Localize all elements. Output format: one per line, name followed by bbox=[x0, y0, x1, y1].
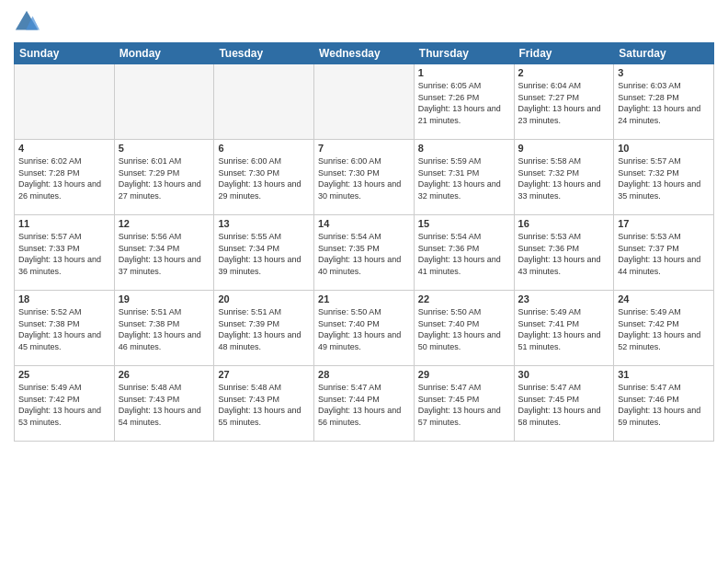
weekday-header-row: SundayMondayTuesdayWednesdayThursdayFrid… bbox=[15, 43, 714, 64]
calendar-page: SundayMondayTuesdayWednesdayThursdayFrid… bbox=[0, 0, 728, 563]
day-info: Sunrise: 5:56 AMSunset: 7:34 PMDaylight:… bbox=[119, 231, 210, 277]
day-info: Sunrise: 6:00 AMSunset: 7:30 PMDaylight:… bbox=[218, 155, 310, 201]
weekday-header-saturday: Saturday bbox=[614, 43, 714, 64]
day-info: Sunrise: 5:54 AMSunset: 7:36 PMDaylight:… bbox=[418, 231, 510, 277]
day-number: 28 bbox=[318, 369, 410, 380]
day-cell: 8Sunrise: 5:59 AMSunset: 7:31 PMDaylight… bbox=[414, 140, 514, 215]
day-info: Sunrise: 5:54 AMSunset: 7:35 PMDaylight:… bbox=[318, 231, 410, 277]
day-info: Sunrise: 6:04 AMSunset: 7:27 PMDaylight:… bbox=[518, 80, 610, 126]
day-info: Sunrise: 5:47 AMSunset: 7:44 PMDaylight:… bbox=[318, 382, 410, 428]
day-number: 6 bbox=[218, 143, 310, 154]
day-number: 21 bbox=[318, 293, 410, 304]
week-row-5: 25Sunrise: 5:49 AMSunset: 7:42 PMDayligh… bbox=[15, 366, 714, 442]
calendar-table: SundayMondayTuesdayWednesdayThursdayFrid… bbox=[14, 42, 714, 442]
day-info: Sunrise: 5:49 AMSunset: 7:41 PMDaylight:… bbox=[518, 306, 610, 352]
day-number: 20 bbox=[218, 293, 310, 304]
day-cell bbox=[114, 64, 214, 140]
day-info: Sunrise: 5:50 AMSunset: 7:40 PMDaylight:… bbox=[318, 306, 410, 352]
day-cell: 25Sunrise: 5:49 AMSunset: 7:42 PMDayligh… bbox=[15, 366, 115, 442]
day-number: 8 bbox=[418, 143, 510, 154]
day-info: Sunrise: 5:48 AMSunset: 7:43 PMDaylight:… bbox=[218, 382, 310, 428]
logo bbox=[14, 9, 43, 35]
day-cell: 3Sunrise: 6:03 AMSunset: 7:28 PMDaylight… bbox=[614, 64, 714, 140]
day-info: Sunrise: 5:53 AMSunset: 7:36 PMDaylight:… bbox=[518, 231, 610, 277]
weekday-header-friday: Friday bbox=[514, 43, 614, 64]
weekday-header-sunday: Sunday bbox=[15, 43, 115, 64]
day-number: 25 bbox=[18, 369, 110, 380]
day-number: 10 bbox=[618, 143, 710, 154]
day-cell: 22Sunrise: 5:50 AMSunset: 7:40 PMDayligh… bbox=[414, 291, 514, 366]
day-cell: 10Sunrise: 5:57 AMSunset: 7:32 PMDayligh… bbox=[614, 140, 714, 215]
day-number: 5 bbox=[119, 143, 210, 154]
day-cell: 2Sunrise: 6:04 AMSunset: 7:27 PMDaylight… bbox=[514, 64, 614, 140]
day-number: 31 bbox=[618, 369, 710, 380]
week-row-2: 4Sunrise: 6:02 AMSunset: 7:28 PMDaylight… bbox=[15, 140, 714, 215]
day-cell: 29Sunrise: 5:47 AMSunset: 7:45 PMDayligh… bbox=[414, 366, 514, 442]
day-number: 2 bbox=[518, 67, 610, 78]
day-number: 17 bbox=[618, 218, 710, 229]
day-info: Sunrise: 5:52 AMSunset: 7:38 PMDaylight:… bbox=[18, 306, 110, 352]
day-number: 19 bbox=[119, 293, 210, 304]
day-number: 1 bbox=[418, 67, 510, 78]
day-cell bbox=[214, 64, 314, 140]
day-cell: 12Sunrise: 5:56 AMSunset: 7:34 PMDayligh… bbox=[114, 215, 214, 291]
day-cell: 16Sunrise: 5:53 AMSunset: 7:36 PMDayligh… bbox=[514, 215, 614, 291]
day-cell: 26Sunrise: 5:48 AMSunset: 7:43 PMDayligh… bbox=[114, 366, 214, 442]
day-info: Sunrise: 5:53 AMSunset: 7:37 PMDaylight:… bbox=[618, 231, 710, 277]
day-info: Sunrise: 5:47 AMSunset: 7:45 PMDaylight:… bbox=[418, 382, 510, 428]
day-info: Sunrise: 5:47 AMSunset: 7:45 PMDaylight:… bbox=[518, 382, 610, 428]
day-number: 14 bbox=[318, 218, 410, 229]
day-number: 27 bbox=[218, 369, 310, 380]
day-cell: 15Sunrise: 5:54 AMSunset: 7:36 PMDayligh… bbox=[414, 215, 514, 291]
day-info: Sunrise: 6:01 AMSunset: 7:29 PMDaylight:… bbox=[119, 155, 210, 201]
day-cell: 21Sunrise: 5:50 AMSunset: 7:40 PMDayligh… bbox=[314, 291, 415, 366]
day-cell: 1Sunrise: 6:05 AMSunset: 7:26 PMDaylight… bbox=[414, 64, 514, 140]
day-cell: 14Sunrise: 5:54 AMSunset: 7:35 PMDayligh… bbox=[314, 215, 415, 291]
day-cell: 20Sunrise: 5:51 AMSunset: 7:39 PMDayligh… bbox=[214, 291, 314, 366]
day-info: Sunrise: 5:55 AMSunset: 7:34 PMDaylight:… bbox=[218, 231, 310, 277]
day-cell bbox=[314, 64, 415, 140]
day-info: Sunrise: 6:02 AMSunset: 7:28 PMDaylight:… bbox=[18, 155, 110, 201]
day-number: 9 bbox=[518, 143, 610, 154]
day-cell bbox=[15, 64, 115, 140]
day-cell: 30Sunrise: 5:47 AMSunset: 7:45 PMDayligh… bbox=[514, 366, 614, 442]
day-cell: 7Sunrise: 6:00 AMSunset: 7:30 PMDaylight… bbox=[314, 140, 415, 215]
day-number: 12 bbox=[119, 218, 210, 229]
day-info: Sunrise: 6:05 AMSunset: 7:26 PMDaylight:… bbox=[418, 80, 510, 126]
day-number: 30 bbox=[518, 369, 610, 380]
day-number: 18 bbox=[18, 293, 110, 304]
day-cell: 13Sunrise: 5:55 AMSunset: 7:34 PMDayligh… bbox=[214, 215, 314, 291]
day-cell: 5Sunrise: 6:01 AMSunset: 7:29 PMDaylight… bbox=[114, 140, 214, 215]
day-info: Sunrise: 5:58 AMSunset: 7:32 PMDaylight:… bbox=[518, 155, 610, 201]
weekday-header-tuesday: Tuesday bbox=[214, 43, 314, 64]
header bbox=[14, 9, 714, 35]
weekday-header-wednesday: Wednesday bbox=[314, 43, 415, 64]
day-number: 29 bbox=[418, 369, 510, 380]
day-number: 11 bbox=[18, 218, 110, 229]
day-info: Sunrise: 5:59 AMSunset: 7:31 PMDaylight:… bbox=[418, 155, 510, 201]
day-cell: 18Sunrise: 5:52 AMSunset: 7:38 PMDayligh… bbox=[15, 291, 115, 366]
day-info: Sunrise: 6:00 AMSunset: 7:30 PMDaylight:… bbox=[318, 155, 410, 201]
day-cell: 24Sunrise: 5:49 AMSunset: 7:42 PMDayligh… bbox=[614, 291, 714, 366]
day-cell: 6Sunrise: 6:00 AMSunset: 7:30 PMDaylight… bbox=[214, 140, 314, 215]
day-cell: 31Sunrise: 5:47 AMSunset: 7:46 PMDayligh… bbox=[614, 366, 714, 442]
week-row-1: 1Sunrise: 6:05 AMSunset: 7:26 PMDaylight… bbox=[15, 64, 714, 140]
day-cell: 17Sunrise: 5:53 AMSunset: 7:37 PMDayligh… bbox=[614, 215, 714, 291]
day-number: 24 bbox=[618, 293, 710, 304]
logo-icon bbox=[14, 9, 40, 35]
day-info: Sunrise: 5:47 AMSunset: 7:46 PMDaylight:… bbox=[618, 382, 710, 428]
day-info: Sunrise: 5:50 AMSunset: 7:40 PMDaylight:… bbox=[418, 306, 510, 352]
day-info: Sunrise: 5:49 AMSunset: 7:42 PMDaylight:… bbox=[618, 306, 710, 352]
day-info: Sunrise: 5:49 AMSunset: 7:42 PMDaylight:… bbox=[18, 382, 110, 428]
day-number: 26 bbox=[119, 369, 210, 380]
day-cell: 27Sunrise: 5:48 AMSunset: 7:43 PMDayligh… bbox=[214, 366, 314, 442]
day-info: Sunrise: 5:51 AMSunset: 7:38 PMDaylight:… bbox=[119, 306, 210, 352]
day-cell: 4Sunrise: 6:02 AMSunset: 7:28 PMDaylight… bbox=[15, 140, 115, 215]
day-number: 4 bbox=[18, 143, 110, 154]
weekday-header-thursday: Thursday bbox=[414, 43, 514, 64]
day-cell: 11Sunrise: 5:57 AMSunset: 7:33 PMDayligh… bbox=[15, 215, 115, 291]
day-info: Sunrise: 5:57 AMSunset: 7:33 PMDaylight:… bbox=[18, 231, 110, 277]
day-number: 15 bbox=[418, 218, 510, 229]
day-number: 13 bbox=[218, 218, 310, 229]
day-number: 22 bbox=[418, 293, 510, 304]
